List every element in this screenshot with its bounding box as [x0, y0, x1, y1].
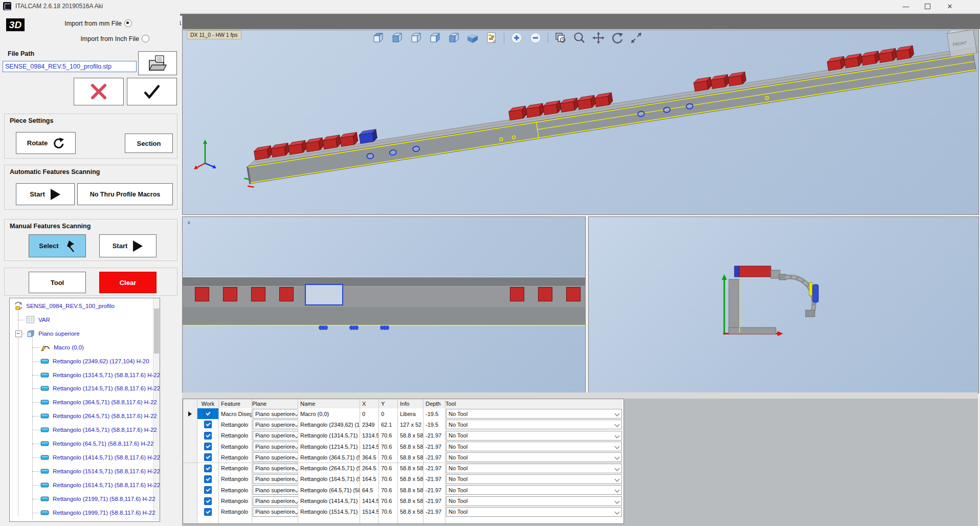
tree-item[interactable]: Rettangolo (1614.5,71) (58.8,117.6) H-22 [40, 479, 160, 491]
y-cell[interactable]: 70.6 [379, 452, 398, 463]
tool-cell[interactable]: No Tool [446, 474, 622, 485]
table-row[interactable]: RettangoloPiano superioreRettangolo (264… [183, 463, 622, 474]
info-cell[interactable]: 58.8 x 58.8 [398, 474, 424, 485]
tool-cell[interactable]: No Tool [446, 408, 622, 419]
plane-cell[interactable]: Piano superiore [252, 441, 298, 452]
feature-cell[interactable]: Rettangolo [219, 419, 252, 430]
y-cell[interactable]: 70.6 [379, 441, 398, 452]
info-cell[interactable]: 58.8 x 58.8 [398, 430, 424, 441]
tree-item[interactable]: Rettangolo (164.5,71) (58.8,117.6) H-22 [40, 424, 157, 435]
name-cell[interactable]: Rettangolo (64.5,71) (58.8,11... [298, 485, 360, 495]
red-block-2d[interactable] [251, 287, 265, 301]
name-cell[interactable]: Rettangolo (2349,62) (127,10... [298, 419, 360, 430]
depth-cell[interactable]: -21.97 [424, 441, 446, 452]
no-thru-profile-macros-button[interactable]: No Thru Profile Macros [77, 183, 173, 205]
feature-cell[interactable]: Macro Disegno [219, 408, 252, 419]
info-cell[interactable]: 58.8 x 58.8 [398, 452, 424, 463]
y-cell[interactable]: 70.6 [379, 507, 398, 517]
tool-combobox[interactable]: No Tool [446, 496, 622, 506]
feature-cell[interactable]: Rettangolo [219, 452, 252, 463]
end-3d-viewport[interactable] [588, 216, 979, 393]
table-row[interactable]: RettangoloPiano superioreRettangolo (234… [183, 419, 622, 430]
work-checkbox[interactable] [204, 421, 212, 428]
work-checkbox-cell[interactable] [197, 408, 219, 419]
tree-item[interactable]: Rettangolo (1214.5,71) (58.8,117.6) H-22 [40, 383, 160, 394]
red-block-2d[interactable] [279, 287, 294, 301]
info-cell[interactable]: 58.8 x 58.8 [398, 485, 424, 495]
table-row[interactable]: Macro DisegnoPiano superioreMacro (0,0)0… [183, 408, 622, 420]
confirm-import-button[interactable] [127, 78, 177, 105]
tool-cell[interactable]: No Tool [446, 452, 622, 463]
tree-item[interactable]: Rettangolo (1414.5,71) (58.8,117.6) H-22 [40, 452, 160, 463]
tree-expander-minus[interactable] [15, 331, 22, 337]
tool-combobox[interactable]: No Tool [446, 507, 622, 517]
feature-cell[interactable]: Rettangolo [219, 441, 252, 452]
name-cell[interactable]: Macro (0,0) [298, 408, 360, 419]
feature-cell[interactable]: Rettangolo [219, 485, 252, 495]
plane-cell[interactable]: Piano superiore [252, 495, 298, 506]
red-block-2d[interactable] [223, 287, 237, 301]
tool-button[interactable]: Tool [29, 272, 86, 293]
table-row[interactable]: RettangoloPiano superioreRettangolo (131… [183, 430, 622, 442]
import-inch-radio-row[interactable]: Import from Inch File [80, 35, 149, 42]
plane-cell[interactable]: Piano superiore [252, 452, 298, 463]
tree-item[interactable]: Macro (0,0) [40, 342, 84, 353]
red-block-2d[interactable] [566, 287, 581, 301]
table-splitter[interactable] [182, 392, 978, 399]
feature-cell[interactable]: Rettangolo [219, 430, 252, 441]
info-cell[interactable]: Libera [398, 408, 424, 419]
tree-item[interactable]: Rettangolo (2199,71) (58.8,117.6) H-22 [40, 493, 155, 505]
x-cell[interactable]: 1314.5 [360, 430, 379, 441]
cancel-import-button[interactable] [74, 78, 124, 105]
x-cell[interactable]: 1214.5 [360, 441, 379, 452]
depth-cell[interactable]: -21.97 [424, 495, 446, 506]
work-checkbox[interactable] [204, 465, 212, 472]
front-2d-viewport[interactable]: x [182, 216, 586, 393]
import-inch-radio[interactable] [142, 35, 149, 42]
column-header-work[interactable]: Work [197, 399, 219, 408]
row-selector[interactable] [183, 507, 197, 517]
import-mm-radio-row[interactable]: Import from mm File [64, 19, 132, 27]
work-checkbox-cell[interactable] [197, 452, 219, 463]
rotate-button[interactable]: Rotate [16, 132, 76, 154]
depth-cell[interactable]: -19.5 [424, 408, 446, 419]
row-selector[interactable] [183, 452, 197, 463]
plane-cell[interactable]: Piano superiore [252, 408, 298, 419]
tool-combobox[interactable]: No Tool [446, 409, 622, 419]
tool-combobox[interactable]: No Tool [446, 474, 622, 484]
table-row[interactable]: RettangoloPiano superioreRettangolo (64.… [183, 485, 622, 496]
feature-cell[interactable]: Rettangolo [219, 495, 252, 506]
tree-scrollbar-thumb[interactable] [154, 309, 159, 354]
tool-combobox[interactable]: No Tool [446, 452, 622, 462]
row-selector[interactable] [183, 419, 197, 430]
browse-file-button[interactable] [138, 51, 177, 75]
column-header-x[interactable]: X [360, 399, 379, 408]
y-cell[interactable]: 0 [379, 408, 398, 419]
table-row[interactable]: RettangoloPiano superioreRettangolo (364… [183, 452, 622, 463]
close-button[interactable]: ✕ [938, 0, 962, 13]
plane-combobox[interactable]: Piano superiore [253, 474, 298, 484]
red-block-2d[interactable] [538, 287, 552, 301]
work-checkbox[interactable] [204, 432, 212, 440]
work-checkbox-cell[interactable] [197, 441, 219, 452]
plane-cell[interactable]: Piano superiore [252, 430, 298, 441]
name-cell[interactable]: Rettangolo (1414.5,71) (58.8,... [298, 495, 360, 506]
work-checkbox-cell[interactable] [197, 485, 219, 495]
depth-cell[interactable]: -21.97 [424, 474, 446, 485]
table-row[interactable]: RettangoloPiano superioreRettangolo (121… [183, 441, 622, 452]
work-checkbox-cell[interactable] [197, 463, 219, 474]
work-checkbox-cell[interactable] [197, 474, 219, 485]
depth-cell[interactable]: -21.97 [424, 463, 446, 474]
tool-combobox[interactable]: No Tool [446, 431, 622, 441]
depth-cell[interactable]: -21.97 [424, 485, 446, 495]
selected-feature-box[interactable] [305, 284, 343, 305]
work-checkbox[interactable] [204, 508, 212, 516]
y-cell[interactable]: 70.6 [379, 430, 398, 441]
plane-cell[interactable]: Piano superiore [252, 485, 298, 495]
row-selector[interactable] [183, 441, 197, 452]
column-header-selector[interactable] [183, 399, 197, 408]
feature-cell[interactable]: Rettangolo [219, 463, 252, 474]
plane-combobox[interactable]: Piano superiore [253, 431, 298, 441]
table-row[interactable]: RettangoloPiano superioreRettangolo (164… [183, 474, 622, 485]
work-checkbox[interactable] [204, 443, 212, 450]
